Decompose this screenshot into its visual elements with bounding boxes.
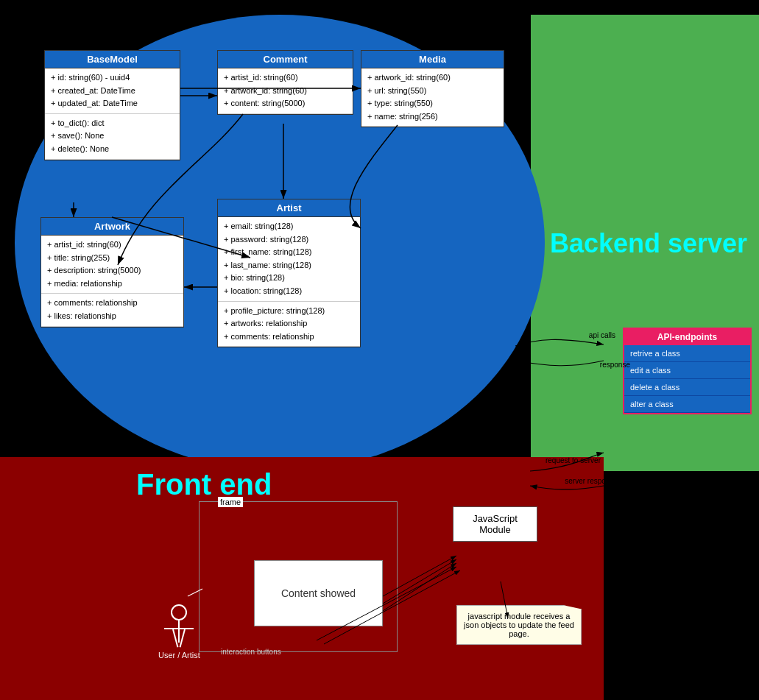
content-showed-text: Content showed <box>281 587 356 599</box>
uml-artwork-header: Artwork <box>41 218 183 236</box>
user-legs <box>158 629 200 648</box>
api-item-retrieve: retrive a class <box>624 345 750 362</box>
uml-media-header: Media <box>361 51 504 68</box>
api-endpoints-header: API-endpoints <box>624 329 750 345</box>
uml-artist-header: Artist <box>218 199 360 217</box>
api-endpoints-box: API-endpoints retrive a class edit a cla… <box>623 328 752 414</box>
backend-label: Backend server <box>546 228 752 259</box>
uml-basemodel-header: BaseModel <box>45 51 180 68</box>
js-note-text: javascript module receives a json object… <box>464 612 574 638</box>
uml-artwork-attrs: + artist_id: string(60) + title: string(… <box>41 236 183 294</box>
uml-artist-attrs: + email: string(128) + password: string(… <box>218 217 360 302</box>
api-item-delete: delete a class <box>624 379 750 396</box>
js-note-box: javascript module receives a json object… <box>456 605 582 645</box>
uml-artist-extra: + profile_picture: string(128) + artwork… <box>218 302 360 347</box>
user-head <box>171 604 187 621</box>
interaction-buttons-label: interaction buttons <box>221 648 281 656</box>
uml-comment: Comment + artist_id: string(60) + artwor… <box>217 50 353 115</box>
frontend-label: Front end <box>136 468 272 501</box>
uml-artwork-extra: + comments: relationship + likes: relati… <box>41 294 183 326</box>
api-item-alter: alter a class <box>624 396 750 413</box>
uml-basemodel: BaseModel + id: string(60) - uuid4 + cre… <box>44 50 180 160</box>
user-label: User / Artist <box>158 651 200 660</box>
api-item-edit: edit a class <box>624 362 750 379</box>
uml-comment-header: Comment <box>218 51 353 68</box>
js-module-box: JavaScriptModule <box>453 506 537 542</box>
uml-artwork: Artwork + artist_id: string(60) + title:… <box>40 217 184 328</box>
response-label: response <box>600 361 630 369</box>
user-figure: User / Artist <box>158 604 200 660</box>
frame-label: frame <box>218 497 243 507</box>
uml-basemodel-methods: + to_dict(): dict + save(): None + delet… <box>45 114 180 160</box>
server-response-label: server response <box>565 477 618 485</box>
content-box: Content showed <box>254 560 383 626</box>
request-to-server-label: request to server <box>546 456 601 464</box>
uml-comment-attrs: + artist_id: string(60) + artwork_id: st… <box>218 68 353 114</box>
user-leg-right <box>180 629 186 648</box>
uml-media: Media + artwork_id: string(60) + url: st… <box>361 50 504 127</box>
uml-artist: Artist + email: string(128) + password: … <box>217 199 361 347</box>
user-leg-left <box>172 629 178 648</box>
js-module-text: JavaScriptModule <box>473 513 518 535</box>
uml-media-attrs: + artwork_id: string(60) + url: string(5… <box>361 68 504 127</box>
uml-basemodel-attrs: + id: string(60) - uuid4 + created_at: D… <box>45 68 180 114</box>
api-calls-label: api calls <box>589 331 615 339</box>
